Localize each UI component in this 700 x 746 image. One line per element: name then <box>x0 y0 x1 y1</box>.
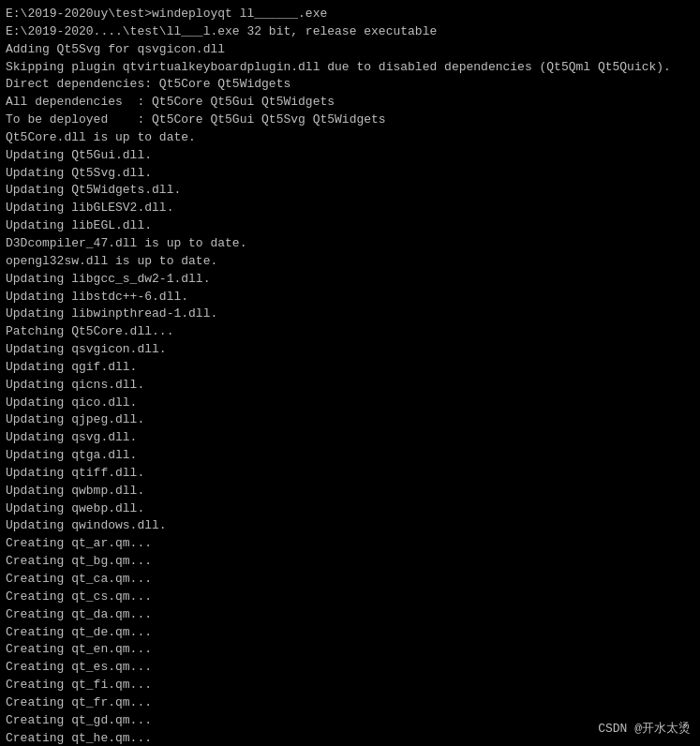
terminal-line: Updating libGLESV2.dll. <box>6 200 694 217</box>
terminal-line: Creating qt_ar.qm... <box>6 535 694 553</box>
terminal-line: opengl32sw.dll is up to date. <box>6 253 694 271</box>
terminal-line: Updating Qt5Svg.dll. <box>6 165 694 183</box>
terminal-line: Updating libgcc_s_dw2-1.dll. <box>6 271 694 289</box>
terminal-line: Updating qtga.dll. <box>6 447 694 465</box>
terminal-line: Updating libEGL.dll. <box>6 217 694 235</box>
terminal-line: Updating qsvg.dll. <box>6 429 694 447</box>
terminal-line: E:\2019-2020....\test\ll___l.exe 32 bit,… <box>6 23 694 41</box>
terminal-line: Creating qt_de.qm... <box>6 624 694 642</box>
terminal-line: Updating qwbmp.dll. <box>6 483 694 500</box>
terminal-line: Updating qtiff.dll. <box>6 465 694 483</box>
terminal-line: Direct dependencies: Qt5Core Qt5Widgets <box>6 76 694 94</box>
terminal-line: Updating Qt5Gui.dll. <box>6 147 694 165</box>
terminal-line: Updating qgif.dll. <box>6 359 694 377</box>
terminal-line: Creating qt_gd.qm... <box>6 712 694 730</box>
watermark: CSDN @开水太烫 <box>598 720 691 737</box>
terminal-line: Skipping plugin qtvirtualkeyboardplugin.… <box>6 59 694 77</box>
terminal-output: E:\2019-2020uy\test>windeployqt ll______… <box>6 6 694 746</box>
terminal-line: E:\2019-2020uy\test>windeployqt ll______… <box>6 6 694 23</box>
terminal-line: D3Dcompiler_47.dll is up to date. <box>6 235 694 253</box>
terminal-line: Updating qwebp.dll. <box>6 500 694 518</box>
terminal-line: To be deployed : Qt5Core Qt5Gui Qt5Svg Q… <box>6 112 694 129</box>
terminal-line: Creating qt_fr.qm... <box>6 694 694 712</box>
terminal-line: Updating qico.dll. <box>6 395 694 412</box>
terminal-line: Updating qjpeg.dll. <box>6 411 694 429</box>
terminal-line: Qt5Core.dll is up to date. <box>6 129 694 147</box>
terminal-line: Creating qt_fi.qm... <box>6 677 694 694</box>
terminal-line: Creating qt_en.qm... <box>6 641 694 659</box>
terminal-line: Updating qsvgicon.dll. <box>6 341 694 359</box>
terminal-window: E:\2019-2020uy\test>windeployqt ll______… <box>0 0 700 746</box>
terminal-line: Updating qicns.dll. <box>6 377 694 395</box>
terminal-line: Updating libstdc++-6.dll. <box>6 289 694 306</box>
terminal-line: Creating qt_es.qm... <box>6 659 694 677</box>
terminal-line: Updating Qt5Widgets.dll. <box>6 182 694 200</box>
terminal-line: Creating qt_bg.qm... <box>6 553 694 571</box>
terminal-line: Patching Qt5Core.dll... <box>6 323 694 341</box>
terminal-line: Creating qt_ca.qm... <box>6 571 694 589</box>
terminal-line: Adding Qt5Svg for qsvgicon.dll <box>6 41 694 59</box>
terminal-line: Creating qt_cs.qm... <box>6 589 694 606</box>
terminal-line: Updating qwindows.dll. <box>6 517 694 535</box>
terminal-line: Creating qt_da.qm... <box>6 606 694 624</box>
terminal-line: Updating libwinpthread-1.dll. <box>6 306 694 323</box>
terminal-line: Creating qt_he.qm... <box>6 730 694 746</box>
terminal-line: All dependencies : Qt5Core Qt5Gui Qt5Wid… <box>6 94 694 112</box>
